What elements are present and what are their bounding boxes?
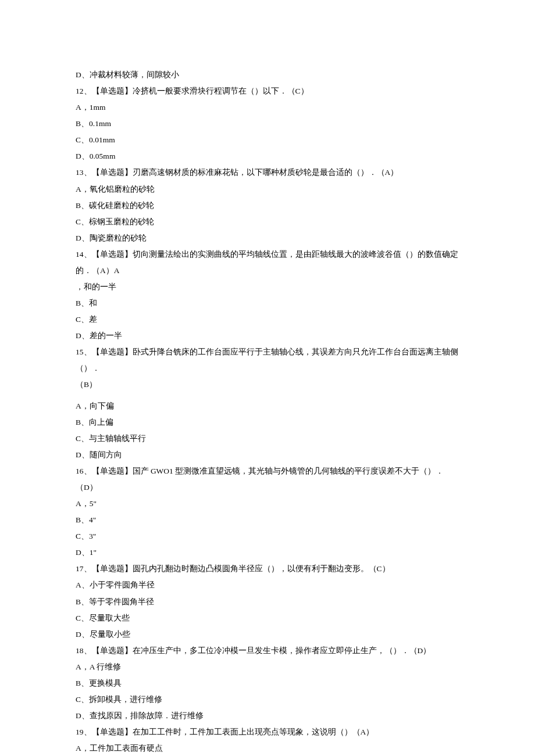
text-line: 19、【单选题】在加工工件时，工件加工表面上出现亮点等现象，这说明（）（A） (76, 724, 459, 740)
text-line: D、随间方向 (76, 447, 459, 463)
text-line: D、陶瓷磨粒的砂轮 (76, 230, 459, 246)
text-line: B、碳化硅磨粒的砂轮 (76, 198, 459, 214)
text-line: C、差 (76, 311, 459, 328)
text-line: A，氧化铝磨粒的砂轮 (76, 181, 459, 198)
document-page: D、冲裁材料较薄，间隙较小 12、【单选题】冷挤机一般要求滑块行程调节在（）以下… (0, 0, 535, 756)
text-line: A，1mm (76, 99, 459, 116)
text-line: B、4" (76, 512, 459, 528)
text-line: D、尽量取小些 (76, 626, 459, 643)
text-line: B、更换模具 (76, 675, 459, 691)
text-line: C、0.01mm (76, 132, 459, 148)
text-line: C、棕钢玉磨粒的砂轮 (76, 214, 459, 230)
text-line: C、拆卸模具，进行维修 (76, 691, 459, 708)
text-line: C、与主轴轴线平行 (76, 431, 459, 447)
text-line: C、3" (76, 528, 459, 544)
text-line: A，5" (76, 496, 459, 512)
text-line: （B） (76, 377, 459, 393)
text-line: D、查找原因，排除故障．进行维修 (76, 708, 459, 724)
text-line: 14、【单选题】切向测量法绘出的实测曲线的平均轴线位置，是由距轴线最大的波峰波谷… (76, 246, 459, 279)
text-line: D、0.05mm (76, 148, 459, 164)
text-line: A，A 行维修 (76, 659, 459, 675)
text-line: 17、【单选题】圆孔内孔翻边时翻边凸模圆角半径应（），以便有利于翻边变形。（C） (76, 561, 459, 577)
text-line: B、和 (76, 295, 459, 311)
text-line: A，工件加工表面有硬点 (76, 740, 459, 756)
text-line: 13、【单选题】刃磨高速钢材质的标准麻花钻，以下哪种材质砂轮是最合适的（）．（A… (76, 164, 459, 181)
text-line: B、向上偏 (76, 414, 459, 431)
text-line: D、冲裁材料较薄，间隙较小 (76, 67, 459, 83)
text-line: 18、【单选题】在冲压生产中，多工位冷冲模一旦发生卡模，操作者应立即停止生产，（… (76, 643, 459, 659)
text-line: 12、【单选题】冷挤机一般要求滑块行程调节在（）以下．（C） (76, 83, 459, 99)
text-line: A，向下偏 (76, 398, 459, 414)
text-line: A、小于零件圆角半径 (76, 577, 459, 593)
text-line: C、尽量取大些 (76, 610, 459, 626)
text-line: B、等于零件圆角半径 (76, 594, 459, 610)
text-line: 15、【单选题】卧式升降台铣床的工作台面应平行于主轴轴心线，其误差方向只允许工作… (76, 344, 459, 377)
text-line: B、0.1mm (76, 116, 459, 132)
text-line: D、差的一半 (76, 328, 459, 344)
text-line: D、1" (76, 544, 459, 561)
text-line: 16、【单选题】国产 GWO1 型测微准直望远镜，其光轴与外镜管的几何轴线的平行… (76, 463, 459, 496)
text-line: ，和的一半 (76, 279, 459, 295)
